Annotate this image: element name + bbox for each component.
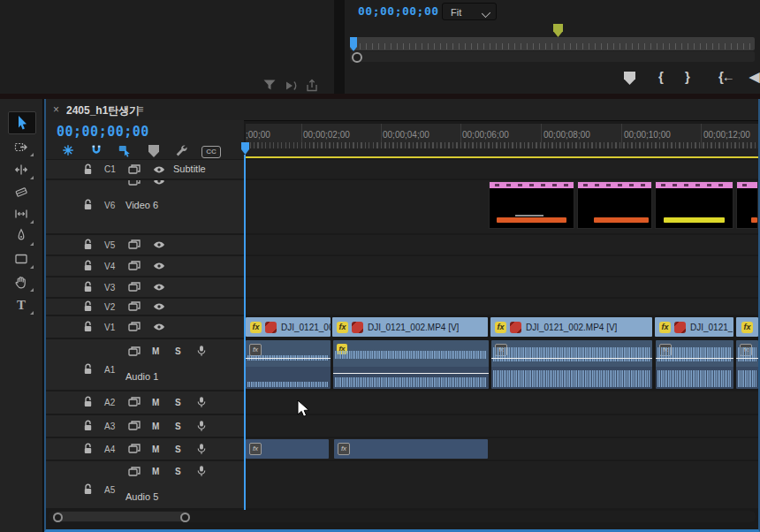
mute-toggle[interactable]: M [152,422,159,431]
track-content-v6[interactable] [246,180,758,233]
zoom-handle-left[interactable] [53,513,63,522]
pen-tool-button[interactable] [8,225,34,247]
graphic-clip[interactable] [655,181,733,229]
track-content-a5[interactable] [246,461,758,508]
type-tool-button[interactable]: T [8,294,34,315]
track-lock-icon[interactable] [81,395,95,409]
track-output-eye-icon[interactable] [152,320,166,334]
track-output-eye-icon[interactable] [152,163,166,177]
sync-lock-icon[interactable] [127,442,141,456]
volume-line[interactable] [491,358,652,359]
linked-selection-icon[interactable] [117,143,133,157]
program-timecode[interactable]: 00;00;00;00 [358,4,439,18]
program-scroll-handle[interactable] [352,52,362,63]
video-clip[interactable]: fx DJI_0121_00 [246,317,331,337]
video-clip[interactable]: fx DJI_0121_002.MP4 [V] [490,317,652,337]
voiceover-mic-icon[interactable] [194,419,209,433]
track-content-v1[interactable]: fx DJI_0121_00 fx DJI_0121_002.MP4 [V] f… [246,316,758,338]
track-select-forward-tool-button[interactable] [8,136,34,157]
track-content-v2[interactable] [246,299,758,315]
track-lock-icon[interactable] [81,280,95,294]
track-content-a1[interactable]: fx fx fx fx [246,339,758,390]
nest-toggle-icon[interactable] [60,143,76,157]
voiceover-mic-icon[interactable] [194,442,209,456]
close-tab-icon[interactable]: × [53,103,59,116]
volume-line[interactable] [333,373,489,374]
rectangle-tool-button[interactable] [8,248,34,270]
track-content-c1[interactable] [246,160,758,179]
zoom-level-select[interactable]: Fit [442,3,497,20]
voiceover-mic-icon[interactable] [194,395,209,409]
slip-tool-button[interactable] [8,203,34,224]
hand-tool-button[interactable] [8,271,34,293]
track-lock-icon[interactable] [81,238,95,252]
sync-lock-icon[interactable] [127,238,141,252]
sequence-marker[interactable] [553,24,563,37]
track-lock-icon[interactable] [81,419,95,433]
track-lock-icon[interactable] [81,483,95,497]
track-lock-icon[interactable] [81,362,95,376]
step-back-button[interactable]: ◀ [749,69,760,85]
sync-lock-icon[interactable] [127,163,141,177]
audio-clip[interactable]: fx [246,439,329,459]
volume-line[interactable] [246,358,331,359]
track-content-v4[interactable] [246,256,758,276]
track-output-eye-icon[interactable] [152,300,166,314]
graphic-clip[interactable] [489,181,574,229]
selection-tool-button[interactable] [8,111,36,134]
track-content-a3[interactable] [246,415,758,437]
play-round-trip-icon[interactable] [283,78,299,94]
filter-icon[interactable] [262,78,277,94]
mute-toggle[interactable]: M [152,398,159,407]
audio-clip[interactable]: fx [334,439,488,459]
timeline-settings-wrench-icon[interactable] [173,143,189,157]
track-lock-icon[interactable] [81,320,95,334]
program-mini-timeline[interactable] [350,37,755,50]
program-scrollbar[interactable] [350,51,755,62]
track-content-a2[interactable] [246,391,758,414]
sync-lock-icon[interactable] [127,395,141,409]
captions-icon[interactable]: CC [201,146,221,158]
sync-lock-icon[interactable] [127,259,141,273]
audio-clip[interactable]: fx [656,340,733,389]
solo-toggle[interactable]: S [175,467,181,476]
track-lock-icon[interactable] [81,198,95,212]
track-content-a4[interactable]: fx fx [246,438,758,460]
export-icon[interactable] [304,78,320,94]
track-output-eye-icon[interactable] [152,238,166,252]
mute-toggle[interactable]: M [152,346,159,356]
sync-lock-icon[interactable] [127,180,141,188]
sync-lock-icon[interactable] [127,280,141,294]
mark-out-button[interactable]: } [685,69,690,84]
sync-lock-icon[interactable] [127,419,141,433]
track-lock-icon[interactable] [81,259,95,273]
audio-clip[interactable]: fx [491,340,652,389]
add-marker-button[interactable] [624,72,635,85]
graphic-clip[interactable] [577,181,652,229]
solo-toggle[interactable]: S [175,346,181,356]
mute-toggle[interactable]: M [152,467,159,476]
timeline-playhead-line[interactable] [244,155,246,510]
solo-toggle[interactable]: S [175,445,181,454]
solo-toggle[interactable]: S [175,422,181,431]
video-clip[interactable]: fx DJI_0121_002.MP4 [V] [332,317,488,337]
solo-toggle[interactable]: S [175,398,181,407]
sync-lock-icon[interactable] [127,300,141,314]
ripple-edit-tool-button[interactable] [8,159,34,180]
mark-in-button[interactable]: { [658,69,664,84]
audio-clip[interactable]: fx [736,340,758,389]
audio-clip[interactable]: fx [246,340,331,389]
sync-lock-icon[interactable] [127,320,141,334]
video-clip[interactable]: fx DJI_0121_ [655,317,733,337]
go-to-in-button[interactable]: {← [718,69,733,84]
sync-lock-icon[interactable] [127,465,141,479]
sync-lock-icon[interactable] [127,345,141,359]
track-lock-icon[interactable] [81,442,95,456]
graphic-clip[interactable] [736,181,758,229]
timeline-timecode[interactable]: 00;00;00;00 [57,124,149,140]
mute-toggle[interactable]: M [152,445,159,454]
timeline-scrollbar-handle[interactable] [53,512,190,521]
snap-magnet-icon[interactable] [88,143,104,157]
track-lock-icon[interactable] [81,163,95,177]
track-output-eye-icon[interactable] [152,280,166,294]
